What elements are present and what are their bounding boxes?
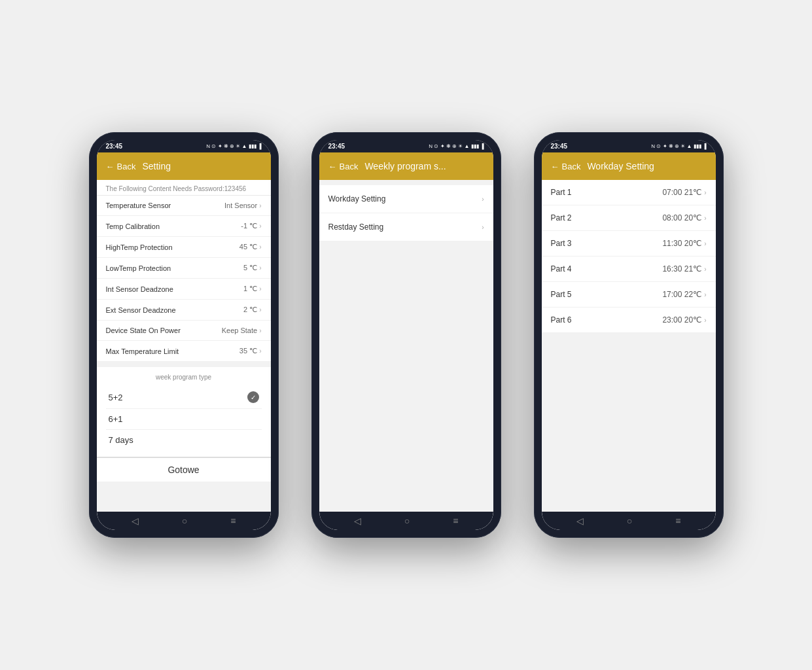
part-row-2[interactable]: Part 2 08:00 20℃ › xyxy=(542,205,716,231)
nav-back-icon-2[interactable]: ◁ xyxy=(354,516,361,526)
setting-row-int-deadzone[interactable]: Int Sensor Deadzone 1 ℃ › xyxy=(97,279,271,300)
setting-value-max-temp: 35 ℃ › xyxy=(239,347,262,355)
menu-item-restday[interactable]: Restday Setting › xyxy=(319,213,493,241)
nav-back-icon-3[interactable]: ◁ xyxy=(576,516,584,526)
part-row-4[interactable]: Part 4 16:30 21℃ › xyxy=(542,256,716,282)
program-label-7days: 7 days xyxy=(109,435,133,445)
menu-item-workday[interactable]: Workday Setting › xyxy=(319,185,493,213)
status-icons-1: N ⊙ ✦ ❋ ⊕ ☀ ▲ ▮▮▮ ▐ xyxy=(206,143,261,149)
program-option-7days[interactable]: 7 days xyxy=(106,430,262,450)
bottom-nav-2: ◁ ○ ≡ xyxy=(319,512,493,530)
chevron-part-3: › xyxy=(704,240,706,247)
chevron-restday: › xyxy=(482,224,484,231)
status-icons-3: N ⊙ ✦ ❋ ⊕ ☀ ▲ ▮▮▮ ▐ xyxy=(651,143,706,149)
setting-label-int-deadzone: Int Sensor Deadzone xyxy=(106,285,173,293)
header-title-1: Setting xyxy=(142,161,171,171)
chevron-icon-7: › xyxy=(259,327,261,334)
part-row-3[interactable]: Part 3 11:30 20℃ › xyxy=(542,231,716,256)
back-label-2: Back xyxy=(340,162,359,171)
settings-list: Temperature Sensor Int Sensor › Temp Cal… xyxy=(97,196,271,362)
part-row-6[interactable]: Part 6 23:00 20℃ › xyxy=(542,308,716,333)
setting-value-device-state: Keep State › xyxy=(222,326,262,334)
status-time-3: 23:45 xyxy=(551,143,568,150)
nav-back-icon-1[interactable]: ◁ xyxy=(132,516,139,526)
chevron-icon-2: › xyxy=(259,222,261,230)
setting-row-temp-calib[interactable]: Temp Calibration -1 ℃ › xyxy=(97,216,271,237)
part-value-1: 07:00 21℃ › xyxy=(662,188,706,197)
phone-1-screen: 23:45 N ⊙ ✦ ❋ ⊕ ☀ ▲ ▮▮▮ ▐ ← Back Setting… xyxy=(97,140,271,530)
header-title-3: Workday Setting xyxy=(587,161,654,171)
menu-list: Workday Setting › Restday Setting › xyxy=(319,185,493,241)
password-notice: The Following Content Needs Password:123… xyxy=(97,180,271,196)
chevron-part-2: › xyxy=(704,215,706,222)
back-button-1[interactable]: ← Back xyxy=(106,162,136,171)
phone-2-screen: 23:45 N ⊙ ✦ ❋ ⊕ ☀ ▲ ▮▮▮ ▐ ← Back Weekly … xyxy=(319,140,493,530)
setting-label-high-temp: HighTemp Protection xyxy=(106,243,173,251)
status-icons-2: N ⊙ ✦ ❋ ⊕ ☀ ▲ ▮▮▮ ▐ xyxy=(429,143,484,149)
chevron-icon-5: › xyxy=(259,285,261,292)
part-label-5: Part 5 xyxy=(551,290,572,299)
part-value-4: 16:30 21℃ › xyxy=(662,264,706,273)
part-label-2: Part 2 xyxy=(551,213,572,222)
chevron-icon: › xyxy=(259,202,261,209)
back-arrow-icon-1: ← xyxy=(106,162,115,171)
status-time-1: 23:45 xyxy=(106,143,123,150)
nav-home-icon-3[interactable]: ○ xyxy=(627,516,632,526)
program-option-6plus1[interactable]: 6+1 xyxy=(106,409,262,430)
part-value-2: 08:00 20℃ › xyxy=(662,213,706,222)
nav-menu-icon-2[interactable]: ≡ xyxy=(453,516,458,526)
setting-label-max-temp: Max Temperature Limit xyxy=(106,347,179,355)
nav-home-icon-1[interactable]: ○ xyxy=(182,516,187,526)
setting-row-device-state[interactable]: Device State On Power Keep State › xyxy=(97,321,271,341)
part-row-1[interactable]: Part 1 07:00 21℃ › xyxy=(542,180,716,205)
chevron-workday: › xyxy=(482,196,484,203)
status-time-2: 23:45 xyxy=(328,143,345,150)
setting-label-temp-calib: Temp Calibration xyxy=(106,222,160,230)
part-row-5[interactable]: Part 5 17:00 22℃ › xyxy=(542,282,716,308)
back-label-1: Back xyxy=(117,162,136,171)
setting-row-high-temp[interactable]: HighTemp Protection 45 ℃ › xyxy=(97,237,271,258)
back-arrow-icon-3: ← xyxy=(551,162,559,171)
setting-label-temp-sensor: Temperature Sensor xyxy=(106,202,171,209)
back-button-3[interactable]: ← Back xyxy=(551,162,581,171)
chevron-icon-4: › xyxy=(259,264,261,272)
nav-home-icon-2[interactable]: ○ xyxy=(404,516,410,526)
part-value-6: 23:00 20℃ › xyxy=(662,315,706,325)
week-program-label: week program type xyxy=(106,374,262,381)
chevron-part-1: › xyxy=(704,189,706,196)
phone-2: 23:45 N ⊙ ✦ ❋ ⊕ ☀ ▲ ▮▮▮ ▐ ← Back Weekly … xyxy=(311,132,501,538)
setting-row-low-temp[interactable]: LowTemp Protection 5 ℃ › xyxy=(97,258,271,279)
chevron-icon-3: › xyxy=(259,243,261,251)
nav-menu-icon-3[interactable]: ≡ xyxy=(675,516,680,526)
chevron-part-5: › xyxy=(704,291,706,298)
setting-value-ext-deadzone: 2 ℃ › xyxy=(243,306,262,314)
setting-value-high-temp: 45 ℃ › xyxy=(239,243,262,251)
check-icon-5plus2: ✓ xyxy=(247,391,259,403)
setting-row-ext-deadzone[interactable]: Ext Sensor Deadzone 2 ℃ › xyxy=(97,300,271,321)
app-header-3: ← Back Workday Setting xyxy=(542,152,716,180)
back-button-2[interactable]: ← Back xyxy=(328,162,359,171)
setting-value-temp-calib: -1 ℃ › xyxy=(241,222,261,230)
gotowe-button[interactable]: Gotowe xyxy=(97,457,271,482)
program-label-6plus1: 6+1 xyxy=(109,414,123,424)
header-title-2: Weekly program s... xyxy=(364,161,446,171)
nav-menu-icon-1[interactable]: ≡ xyxy=(230,516,236,526)
part-value-5: 17:00 22℃ › xyxy=(662,290,706,299)
phones-container: 23:45 N ⊙ ✦ ❋ ⊕ ☀ ▲ ▮▮▮ ▐ ← Back Setting… xyxy=(89,132,724,538)
part-label-1: Part 1 xyxy=(551,188,572,197)
status-bar-1: 23:45 N ⊙ ✦ ❋ ⊕ ☀ ▲ ▮▮▮ ▐ xyxy=(97,140,271,152)
back-arrow-icon-2: ← xyxy=(328,162,337,171)
back-label-3: Back xyxy=(562,162,581,171)
screen-content-1: The Following Content Needs Password:123… xyxy=(97,180,271,512)
setting-row-max-temp[interactable]: Max Temperature Limit 35 ℃ › xyxy=(97,341,271,362)
program-option-5plus2[interactable]: 5+2 ✓ xyxy=(106,386,262,409)
setting-row-temp-sensor[interactable]: Temperature Sensor Int Sensor › xyxy=(97,196,271,216)
setting-label-ext-deadzone: Ext Sensor Deadzone xyxy=(106,306,176,314)
parts-list: Part 1 07:00 21℃ › Part 2 08:00 20℃ › Pa… xyxy=(542,180,716,333)
bottom-nav-1: ◁ ○ ≡ xyxy=(97,512,271,530)
part-label-3: Part 3 xyxy=(551,239,572,248)
phone-3: 23:45 N ⊙ ✦ ❋ ⊕ ☀ ▲ ▮▮▮ ▐ ← Back Workday… xyxy=(534,132,724,538)
chevron-icon-6: › xyxy=(259,306,261,313)
status-bar-2: 23:45 N ⊙ ✦ ❋ ⊕ ☀ ▲ ▮▮▮ ▐ xyxy=(319,140,493,152)
part-label-4: Part 4 xyxy=(551,264,572,273)
